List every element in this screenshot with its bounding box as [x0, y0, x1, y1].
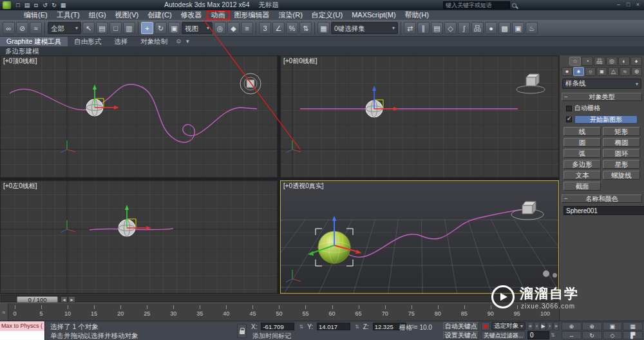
- tab-create-icon[interactable]: ☆: [569, 57, 581, 66]
- tab-hierarchy-icon[interactable]: 品: [594, 57, 605, 66]
- edit-named-selection-sets-icon[interactable]: ▦: [317, 22, 330, 34]
- add-time-tag[interactable]: 添加时间标记: [252, 332, 291, 340]
- category-shapes-icon[interactable]: ∗: [573, 67, 584, 76]
- listener-line[interactable]: [0, 331, 44, 340]
- current-frame-field[interactable]: [527, 331, 549, 339]
- shape-button-ellipse[interactable]: 椭圆: [603, 138, 640, 147]
- shape-button-text[interactable]: 文本: [564, 171, 601, 180]
- tab-utilities-icon[interactable]: ♦: [630, 57, 642, 66]
- track-bar[interactable]: ≈ 05101520253035404550556065707580859095…: [0, 303, 559, 321]
- category-cameras-icon[interactable]: ◙: [596, 67, 607, 76]
- ribbon-panel-label[interactable]: 多边形建模: [5, 47, 39, 55]
- render-production-icon[interactable]: ♨: [526, 22, 538, 34]
- window-crossing-icon[interactable]: ▥: [123, 22, 135, 34]
- app-menu-logo-icon[interactable]: [3, 1, 11, 9]
- orbit-icon[interactable]: ↻: [582, 331, 602, 339]
- menu-group[interactable]: 组(G): [84, 10, 111, 20]
- viewport-label-top[interactable]: [+0顶0线框]: [3, 57, 37, 66]
- shape-button-circle[interactable]: 圆: [564, 138, 601, 147]
- viewport-left[interactable]: [+0左0线框]: [0, 180, 278, 294]
- ribbon-tab-selection[interactable]: 选择: [108, 37, 134, 46]
- angle-snap-icon[interactable]: ∠: [272, 22, 285, 34]
- category-geometry-icon[interactable]: ●: [562, 67, 573, 76]
- viewport-front[interactable]: [+0前0线框]: [280, 55, 559, 178]
- name-color-rollout[interactable]: − 名称和颜色: [562, 194, 642, 203]
- new-scene-icon[interactable]: □: [14, 1, 23, 10]
- viewport-label-front[interactable]: [+0前0线框]: [283, 57, 317, 66]
- object-name-field[interactable]: [564, 206, 644, 215]
- autogrid-checkbox[interactable]: [566, 106, 572, 111]
- shape-button-section[interactable]: 截面: [564, 182, 601, 191]
- close-button[interactable]: ×: [633, 0, 643, 9]
- select-and-manipulate-icon[interactable]: ◆: [227, 22, 240, 34]
- category-systems-icon[interactable]: ⊛: [631, 67, 642, 76]
- key-filters-button[interactable]: 关键点过滤器...: [481, 331, 526, 339]
- select-object-icon[interactable]: ↖: [82, 22, 95, 34]
- set-keys-record-button[interactable]: [481, 322, 490, 330]
- spinner-snap-icon[interactable]: ⇅: [299, 22, 312, 34]
- auto-key-button[interactable]: 自动关键点: [443, 322, 479, 330]
- viewport-label-left[interactable]: [+0左0线框]: [3, 182, 37, 191]
- ribbon-tab-freeform[interactable]: 自由形式: [68, 37, 108, 46]
- previous-frame-icon[interactable]: ‹: [534, 322, 540, 330]
- selection-lock-toggle[interactable]: [237, 324, 247, 338]
- tab-display-icon[interactable]: ◐: [618, 57, 630, 66]
- mirror-icon[interactable]: ⇄: [404, 22, 416, 34]
- save-file-icon[interactable]: ◘: [32, 1, 41, 10]
- macro-recorder-line[interactable]: Max to Physcs (: [0, 321, 44, 331]
- menu-create[interactable]: 创建(C): [143, 10, 176, 20]
- align-icon[interactable]: ∥: [417, 22, 430, 34]
- menu-help[interactable]: 帮助(H): [401, 10, 433, 20]
- viewport-perspective[interactable]: [+0透视0真实]: [280, 180, 559, 294]
- maximize-viewport-toggle-icon[interactable]: ▛: [623, 331, 643, 339]
- material-editor-icon[interactable]: ●: [485, 22, 497, 34]
- play-button-icon[interactable]: ▶: [540, 322, 546, 330]
- shape-button-arc[interactable]: 弧: [564, 149, 601, 158]
- shape-subcategory-dropdown[interactable]: 样条线▾: [562, 79, 641, 89]
- object-type-rollout[interactable]: − 对象类型: [562, 93, 642, 101]
- selection-filter-dropdown[interactable]: 全部▾: [48, 22, 81, 34]
- menu-rendering[interactable]: 渲染(R): [274, 10, 307, 20]
- go-to-end-icon[interactable]: »: [553, 322, 559, 330]
- reference-coordinate-dropdown[interactable]: 视图▾: [182, 22, 213, 34]
- curve-editor-icon[interactable]: ∫: [458, 22, 470, 34]
- spinner-icon[interactable]: ⇅: [355, 324, 359, 330]
- category-space-warps-icon[interactable]: ≈: [620, 67, 630, 76]
- select-and-move-icon[interactable]: +: [141, 22, 153, 34]
- zoom-extents-all-icon[interactable]: ▦: [623, 322, 643, 330]
- shape-button-star[interactable]: 星形: [603, 160, 640, 169]
- time-slider-track[interactable]: 0 / 100 ◂ ▸: [1, 295, 558, 302]
- viewport-label-perspective[interactable]: [+0透视0真实]: [283, 182, 324, 191]
- percent-snap-icon[interactable]: %: [286, 22, 298, 34]
- graphite-toggle-icon[interactable]: ◇: [444, 22, 457, 34]
- field-of-view-icon[interactable]: ◇: [603, 331, 623, 339]
- search-input[interactable]: [443, 1, 510, 9]
- zoom-all-icon[interactable]: ⊕: [582, 322, 602, 330]
- unlink-selection-icon[interactable]: ⊘: [16, 22, 28, 34]
- menu-views[interactable]: 视图(V): [111, 10, 144, 20]
- minimize-button[interactable]: –: [614, 0, 623, 9]
- select-and-scale-icon[interactable]: ▣: [168, 22, 180, 34]
- shape-button-rectangle[interactable]: 矩形: [603, 127, 640, 136]
- select-by-name-icon[interactable]: ▤: [96, 22, 108, 34]
- spinner-icon[interactable]: ⇅: [299, 324, 303, 330]
- maxscript-mini-listener[interactable]: Max to Physcs (: [0, 321, 45, 340]
- open-file-icon[interactable]: ▤: [23, 1, 32, 10]
- bind-to-space-warp-icon[interactable]: ≈: [30, 22, 42, 34]
- layer-manager-icon[interactable]: ▤: [431, 22, 443, 34]
- ribbon-tab-object-paint[interactable]: 对象绘制: [134, 37, 174, 46]
- keyboard-shortcut-override-icon[interactable]: ≡: [241, 22, 253, 34]
- ribbon-minimize-icon[interactable]: ⊙: [174, 37, 183, 46]
- go-to-start-icon[interactable]: «: [527, 322, 533, 330]
- time-slider-handle[interactable]: 0 / 100: [17, 296, 58, 303]
- set-key-mode-button[interactable]: 设置关键点: [443, 331, 479, 339]
- ribbon-tab-graphite[interactable]: Graphite 建模工具: [0, 37, 68, 46]
- previous-frame-step-icon[interactable]: ◂: [61, 296, 68, 303]
- select-and-link-icon[interactable]: ∞: [3, 22, 15, 34]
- shape-button-line[interactable]: 线: [564, 127, 601, 136]
- next-frame-icon[interactable]: ›: [547, 322, 553, 330]
- category-lights-icon[interactable]: ☼: [585, 67, 596, 76]
- menu-edit[interactable]: 编辑(E): [19, 10, 52, 20]
- tab-motion-icon[interactable]: ◎: [606, 57, 618, 66]
- category-helpers-icon[interactable]: △: [608, 67, 619, 76]
